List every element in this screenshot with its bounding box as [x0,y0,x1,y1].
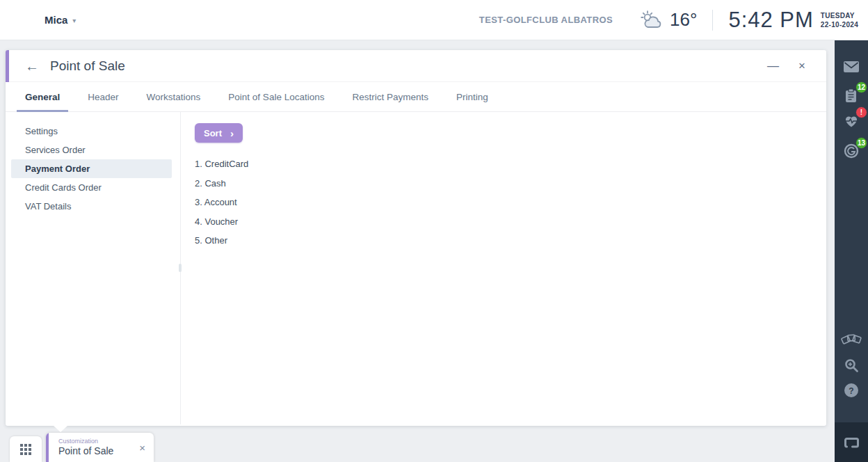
payment-order-list: 1. CreditCard 2. Cash 3. Account 4. Vouc… [195,159,826,246]
top-bar: Mica ▾ TEST-GOLFCLUB ALBATROS 16° 5:42 P… [0,0,868,40]
club-name: TEST-GOLFCLUB ALBATROS [479,15,613,25]
cards-fan-icon[interactable] [841,329,862,350]
list-item: 2. Cash [195,178,826,189]
g-logo-icon[interactable]: 13 [841,141,862,161]
nav-item-settings[interactable]: Settings [11,122,172,141]
dock-window-icon[interactable] [841,432,862,453]
chevron-down-icon: ▾ [72,15,76,24]
list-item: 1. CreditCard [195,159,826,169]
page-title: Point of Sale [50,58,125,74]
zoom-in-icon[interactable] [841,355,862,376]
list-item: 5. Other [195,235,826,246]
clock-time: 5:42 PM [728,8,813,33]
svg-text:?: ? [849,386,853,396]
minimize-icon[interactable]: — [767,60,779,72]
app-name: Mica [45,14,67,26]
app-switcher-dropdown[interactable]: Mica ▾ [45,14,76,26]
right-dock-sidebar: 12 ! 13 [835,40,868,462]
divider [712,10,713,31]
window-controls: — × [767,60,805,72]
tab-printing[interactable]: Printing [448,82,497,111]
taskbar-tab-text: Customization Point of Sale [58,438,113,458]
chevron-right-icon: › [230,127,234,138]
grid-icon [20,444,31,455]
tab-restrict-payments[interactable]: Restrict Payments [344,82,437,111]
taskbar-tab-point-of-sale[interactable]: Customization Point of Sale × [46,433,154,462]
panel-body: Settings Services Order Payment Order Cr… [6,112,826,424]
app-launcher-button[interactable] [10,436,42,462]
tab-workstations[interactable]: Workstations [138,82,209,111]
taskbar-tab-title: Point of Sale [58,445,113,458]
topbar-right-cluster: TEST-GOLFCLUB ALBATROS 16° 5:42 PM TUESD… [479,8,858,33]
taskbar-tab-accent [46,433,49,462]
nav-item-credit-cards-order[interactable]: Credit Cards Order [11,178,172,197]
back-arrow-icon[interactable]: ← [25,59,39,73]
tab-header[interactable]: Header [79,82,127,111]
point-of-sale-window: ← Point of Sale — × General Header Works… [6,50,826,426]
date-block: TUESDAY 22-10-2024 [821,10,858,29]
list-item: 3. Account [195,197,826,207]
sort-button[interactable]: Sort › [195,123,243,143]
help-icon[interactable]: ? [841,380,862,401]
nav-resize-handle[interactable] [179,264,182,272]
settings-nav: Settings Services Order Payment Order Cr… [6,112,181,424]
tab-general[interactable]: General [17,82,68,111]
nav-item-vat-details[interactable]: VAT Details [11,197,172,216]
list-item: 4. Voucher [195,216,826,227]
nav-item-payment-order[interactable]: Payment Order [11,159,172,178]
clipboard-tasks-icon[interactable]: 12 [841,85,862,106]
tab-bar: General Header Workstations Point of Sal… [6,82,826,112]
panel-accent-bar [6,50,9,82]
payment-order-content: Sort › 1. CreditCard 2. Cash 3. Account … [181,112,826,424]
panel-header: ← Point of Sale — × [6,50,826,82]
panel-tab-pointer [54,426,67,432]
taskbar-tab-category: Customization [58,438,113,445]
close-icon[interactable]: × [798,60,805,72]
clipboard-badge: 12 [855,81,867,93]
weekday: TUESDAY [821,12,858,21]
weather-icon [639,10,664,31]
nav-item-services-order[interactable]: Services Order [11,141,172,159]
mail-icon[interactable] [841,56,862,77]
health-alert-badge: ! [855,106,867,118]
sort-button-label: Sort [204,128,222,138]
tab-point-of-sale-locations[interactable]: Point of Sale Locations [220,82,332,111]
taskbar-tab-close-icon[interactable]: × [139,442,145,454]
g-logo-badge: 13 [855,137,867,149]
temperature: 16° [670,9,697,31]
date: 22-10-2024 [821,21,858,30]
health-pulse-icon[interactable]: ! [841,110,862,131]
